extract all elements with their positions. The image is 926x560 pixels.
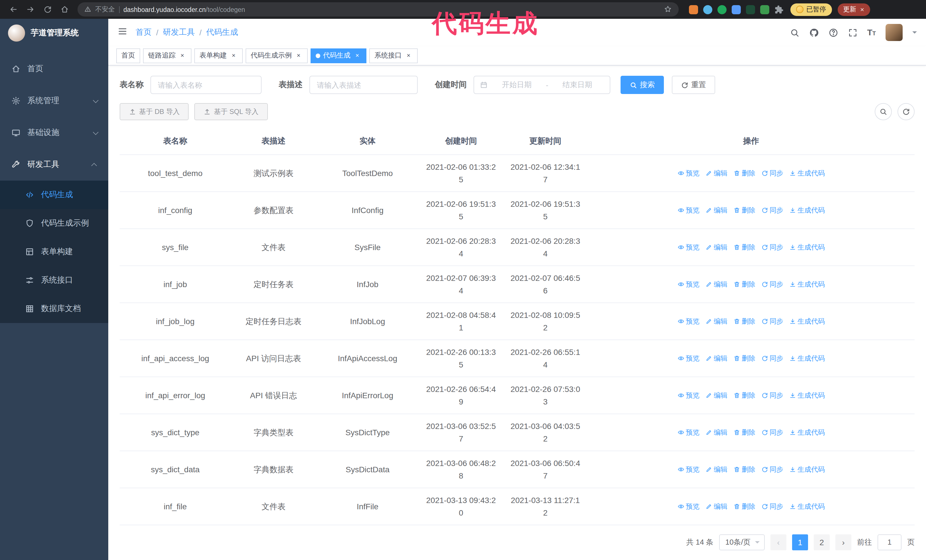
edit-action[interactable]: 编辑 xyxy=(705,167,728,179)
import-db-button[interactable]: 基于 DB 导入 xyxy=(120,103,189,120)
generate-code-action[interactable]: 生成代码 xyxy=(789,315,825,327)
generate-code-action[interactable]: 生成代码 xyxy=(789,167,825,179)
delete-action[interactable]: 删除 xyxy=(733,352,755,364)
tag[interactable]: 代码生成示例 × xyxy=(246,48,308,63)
edit-action[interactable]: 编辑 xyxy=(705,278,728,290)
prev-page-button[interactable]: ‹ xyxy=(770,534,787,550)
generate-code-action[interactable]: 生成代码 xyxy=(789,352,825,364)
breadcrumb-devtools[interactable]: 研发工具 xyxy=(163,27,195,38)
reset-button[interactable]: 重置 xyxy=(672,76,715,94)
edit-action[interactable]: 编辑 xyxy=(705,500,728,512)
generate-code-action[interactable]: 生成代码 xyxy=(789,426,825,438)
search-icon[interactable] xyxy=(790,28,799,37)
search-button[interactable]: 搜索 xyxy=(620,76,664,94)
extension-icon[interactable] xyxy=(760,5,769,14)
home-icon[interactable] xyxy=(57,2,72,17)
goto-page-input[interactable] xyxy=(878,534,902,550)
collapse-sidebar-icon[interactable] xyxy=(117,26,128,39)
sync-action[interactable]: 同步 xyxy=(761,389,783,402)
close-icon[interactable]: × xyxy=(230,51,238,60)
paused-badge[interactable]: 已暂停 xyxy=(790,3,832,16)
sidebar-item-codegen[interactable]: 代码生成 xyxy=(0,181,108,209)
sync-action[interactable]: 同步 xyxy=(761,352,783,364)
generate-code-action[interactable]: 生成代码 xyxy=(789,241,825,253)
delete-action[interactable]: 删除 xyxy=(733,463,755,475)
next-page-button[interactable]: › xyxy=(835,534,851,550)
edit-action[interactable]: 编辑 xyxy=(705,463,728,475)
delete-action[interactable]: 删除 xyxy=(733,278,755,290)
tag[interactable]: 系统接口 × xyxy=(369,48,418,63)
help-icon[interactable] xyxy=(828,28,838,37)
extensions-puzzle-icon[interactable] xyxy=(775,5,784,14)
sync-action[interactable]: 同步 xyxy=(761,278,783,290)
preview-action[interactable]: 预览 xyxy=(677,204,699,216)
preview-action[interactable]: 预览 xyxy=(677,278,699,290)
sync-action[interactable]: 同步 xyxy=(761,500,783,512)
delete-action[interactable]: 删除 xyxy=(733,241,755,253)
edit-action[interactable]: 编辑 xyxy=(705,389,728,402)
page-size-select[interactable]: 10条/页 xyxy=(719,534,765,550)
sync-action[interactable]: 同步 xyxy=(761,426,783,438)
sync-action[interactable]: 同步 xyxy=(761,167,783,179)
preview-action[interactable]: 预览 xyxy=(677,241,699,253)
preview-action[interactable]: 预览 xyxy=(677,463,699,475)
sync-action[interactable]: 同步 xyxy=(761,463,783,475)
page-button-2[interactable]: 2 xyxy=(814,534,830,550)
edit-action[interactable]: 编辑 xyxy=(705,241,728,253)
preview-action[interactable]: 预览 xyxy=(677,500,699,512)
address-bar[interactable]: 不安全 dashboard.yudao.iocoder.cn/tool/code… xyxy=(77,2,679,17)
tag[interactable]: 代码生成 × xyxy=(310,48,366,63)
refresh-table-button[interactable] xyxy=(897,103,915,120)
page-button-1[interactable]: 1 xyxy=(792,534,808,550)
user-avatar[interactable] xyxy=(885,24,903,41)
extension-icon[interactable] xyxy=(746,5,755,14)
preview-action[interactable]: 预览 xyxy=(677,352,699,364)
font-size-icon[interactable]: TT xyxy=(867,27,876,38)
extension-icon[interactable] xyxy=(703,5,712,14)
sidebar-item-system[interactable]: 系统管理 xyxy=(0,85,108,117)
delete-action[interactable]: 删除 xyxy=(733,500,755,512)
forward-icon[interactable] xyxy=(23,2,38,17)
import-sql-button[interactable]: 基于 SQL 导入 xyxy=(195,103,268,120)
tag[interactable]: 表单构建 × xyxy=(194,48,243,63)
delete-action[interactable]: 删除 xyxy=(733,204,755,216)
reload-icon[interactable] xyxy=(40,2,55,17)
delete-action[interactable]: 删除 xyxy=(733,315,755,327)
breadcrumb-home[interactable]: 首页 xyxy=(136,27,151,38)
generate-code-action[interactable]: 生成代码 xyxy=(789,278,825,290)
generate-code-action[interactable]: 生成代码 xyxy=(789,389,825,402)
extension-icon[interactable] xyxy=(689,5,698,14)
fullscreen-icon[interactable] xyxy=(848,28,857,37)
preview-action[interactable]: 预览 xyxy=(677,426,699,438)
extension-icon[interactable] xyxy=(732,5,741,14)
delete-action[interactable]: 删除 xyxy=(733,426,755,438)
edit-action[interactable]: 编辑 xyxy=(705,204,728,216)
generate-code-action[interactable]: 生成代码 xyxy=(789,204,825,216)
extension-icon[interactable] xyxy=(717,5,726,14)
table-name-input[interactable] xyxy=(150,76,262,94)
sync-action[interactable]: 同步 xyxy=(761,241,783,253)
update-button[interactable]: 更新 × xyxy=(837,3,870,16)
bookmark-star-icon[interactable] xyxy=(664,5,672,14)
edit-action[interactable]: 编辑 xyxy=(705,315,728,327)
delete-action[interactable]: 删除 xyxy=(733,389,755,402)
preview-action[interactable]: 预览 xyxy=(677,315,699,327)
table-desc-input[interactable] xyxy=(309,76,418,94)
preview-action[interactable]: 预览 xyxy=(677,167,699,179)
sidebar-item-devtools[interactable]: 研发工具 xyxy=(0,149,108,181)
sidebar-item-db-doc[interactable]: 数据库文档 xyxy=(0,294,108,323)
tag[interactable]: 首页 xyxy=(116,48,140,63)
close-icon[interactable]: × xyxy=(179,51,186,60)
delete-action[interactable]: 删除 xyxy=(733,167,755,179)
close-icon[interactable]: × xyxy=(295,51,303,60)
preview-action[interactable]: 预览 xyxy=(677,389,699,402)
toggle-search-button[interactable] xyxy=(875,103,892,120)
edit-action[interactable]: 编辑 xyxy=(705,426,728,438)
generate-code-action[interactable]: 生成代码 xyxy=(789,500,825,512)
sync-action[interactable]: 同步 xyxy=(761,204,783,216)
back-icon[interactable] xyxy=(6,2,21,17)
caret-down-icon[interactable] xyxy=(912,31,917,36)
github-icon[interactable] xyxy=(809,28,819,37)
close-icon[interactable]: × xyxy=(405,51,413,60)
edit-action[interactable]: 编辑 xyxy=(705,352,728,364)
